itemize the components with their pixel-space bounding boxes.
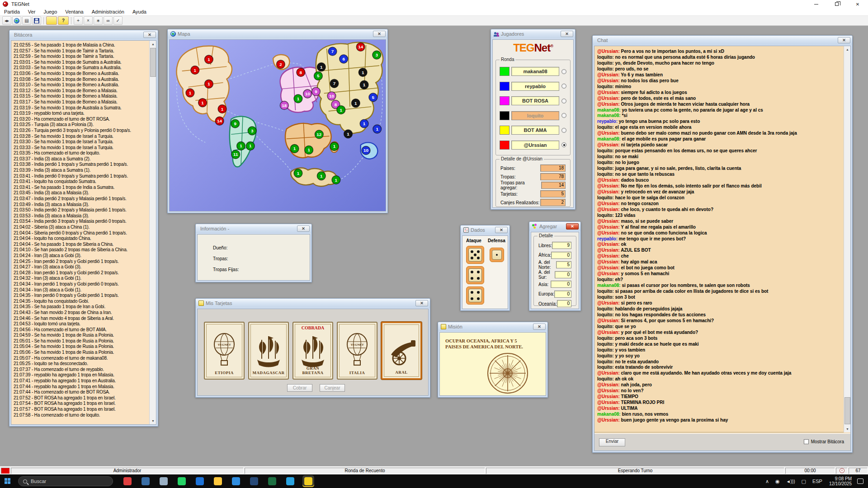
player-name-field[interactable]: reypablo xyxy=(511,82,559,91)
jugadores-close-icon[interactable]: ✕ xyxy=(561,31,573,37)
scroll-down-icon[interactable]: ▼ xyxy=(150,418,156,424)
mapa-titlebar[interactable]: Mapa ✕ xyxy=(168,29,387,38)
nav-arrows-icon[interactable]: ◂▸ xyxy=(2,16,11,25)
mapa-close-icon[interactable]: ✕ xyxy=(373,31,386,37)
menu-ver[interactable]: Ver xyxy=(24,9,40,15)
dados-titlebar[interactable]: Dados ✕ xyxy=(461,225,509,235)
player-name-field[interactable]: BOT AMA xyxy=(511,126,559,135)
menu-juego[interactable]: Juego xyxy=(39,9,61,15)
chat-close-icon[interactable]: ✕ xyxy=(838,37,850,43)
mostrar-bitacora-checkbox[interactable] xyxy=(804,439,809,444)
player-name-field[interactable]: makana08 xyxy=(511,67,559,76)
troop-marker[interactable]: 1 xyxy=(332,176,340,184)
map-globe-icon[interactable] xyxy=(12,16,21,25)
confirm-check-icon[interactable]: ✓ xyxy=(113,16,123,25)
player-radio[interactable] xyxy=(561,69,566,74)
troop-marker[interactable]: 14 xyxy=(215,117,224,125)
card-help-icon[interactable]: ? xyxy=(58,16,69,25)
chat-scroll-down-icon[interactable]: ▼ xyxy=(844,426,851,432)
scroll-up-icon[interactable]: ▲ xyxy=(150,41,156,47)
tarjetas-titlebar[interactable]: Mis Tarjetas ✕ xyxy=(196,299,430,308)
card-gran-breta-a[interactable]: COBRADAGRAN BRETAÑA xyxy=(292,322,333,380)
troop-marker[interactable]: 18 xyxy=(280,101,288,110)
troop-marker[interactable]: 9 xyxy=(231,119,240,128)
settings-gear-icon[interactable]: ∗ xyxy=(94,16,103,25)
start-button[interactable] xyxy=(0,474,15,488)
agregar-titlebar[interactable]: Agregar ✕ xyxy=(529,222,580,231)
player-radio[interactable] xyxy=(561,128,566,133)
troop-marker[interactable]: 3 xyxy=(373,51,381,59)
card-italia[interactable]: TEGNETITALIA xyxy=(337,322,377,380)
troop-marker[interactable]: 1 xyxy=(290,145,299,153)
troop-marker[interactable]: 1 xyxy=(198,99,207,107)
player-name-field[interactable]: @Urssian xyxy=(511,141,559,150)
troop-marker[interactable]: 3 xyxy=(248,127,256,135)
log-list-icon[interactable]: ▤ xyxy=(22,16,31,25)
player-radio[interactable] xyxy=(561,113,566,118)
chat-titlebar[interactable]: Chat ✕ xyxy=(593,36,852,45)
troop-marker[interactable]: 1 xyxy=(246,142,255,150)
tray-chevron-up-icon[interactable]: ∧ xyxy=(765,479,769,484)
taskbar-icon-zoom-app[interactable] xyxy=(248,475,260,487)
card-blank-icon[interactable] xyxy=(46,16,57,25)
mision-titlebar[interactable]: Misión ✕ xyxy=(438,322,547,331)
game-map[interactable]: 1111111428591018176143117151108111193111… xyxy=(170,40,386,211)
troop-marker[interactable]: 10 xyxy=(362,146,370,155)
agregar-close-icon[interactable]: ✕ xyxy=(566,223,579,230)
troop-marker[interactable]: 14 xyxy=(356,42,365,51)
cobrar-button[interactable]: Cobrar xyxy=(287,384,312,392)
card-madagascar[interactable]: MADAGASCAR xyxy=(248,322,289,380)
enviar-button[interactable]: Enviar xyxy=(599,438,625,446)
connection-icon[interactable]: ∞ xyxy=(104,16,113,25)
minimize-button[interactable] xyxy=(806,0,826,8)
troop-marker[interactable]: 1 xyxy=(305,146,313,155)
app-titlebar[interactable]: TEGNet ✕ xyxy=(0,0,868,8)
troop-marker[interactable]: 1 xyxy=(337,106,345,114)
troop-marker[interactable]: 1 xyxy=(317,63,326,71)
informacion-close-icon[interactable]: ✕ xyxy=(297,225,310,232)
troop-marker[interactable]: 1 xyxy=(186,89,194,97)
troop-marker[interactable]: 10 xyxy=(327,92,336,100)
troop-marker[interactable]: 1 xyxy=(344,130,353,138)
taskbar-icon-excel[interactable] xyxy=(266,475,278,487)
troop-marker[interactable]: 1 xyxy=(317,172,326,180)
informacion-titlebar[interactable]: Información - ✕ xyxy=(196,224,311,233)
troop-marker[interactable]: 7 xyxy=(328,47,337,56)
tarjetas-close-icon[interactable]: ✕ xyxy=(415,300,428,306)
taskbar-icon-edge-browser[interactable] xyxy=(230,475,242,487)
taskbar-icon-monitor-app[interactable] xyxy=(140,475,151,487)
player-radio[interactable] xyxy=(561,142,566,147)
player-radio[interactable] xyxy=(561,99,566,103)
tray-network-icon[interactable]: ▢ xyxy=(802,479,806,484)
tray-notification-icon[interactable] xyxy=(857,479,863,484)
troop-marker[interactable]: 1 xyxy=(330,142,339,151)
chat-scroll-up-icon[interactable]: ▲ xyxy=(844,46,851,53)
bitacora-titlebar[interactable]: Bitácora ✕ xyxy=(9,30,158,39)
troop-marker[interactable]: 9 xyxy=(312,87,321,96)
bitacora-scrollbar[interactable]: ▲ ▼ xyxy=(149,41,156,424)
jugadores-titlebar[interactable]: Jugadores ✕ xyxy=(491,29,575,38)
player-name-field[interactable]: BOT ROSA xyxy=(511,96,559,105)
troop-marker[interactable]: 1 xyxy=(218,105,226,113)
troop-marker[interactable]: 5 xyxy=(369,93,377,102)
card-etiopia[interactable]: TEGNETETIOPIA xyxy=(204,322,245,380)
bitacora-scroll-thumb[interactable] xyxy=(150,48,156,77)
taskbar-icon-browser[interactable] xyxy=(284,475,296,487)
taskbar-icon-whatsapp[interactable] xyxy=(176,475,188,487)
troop-marker[interactable]: 1 xyxy=(360,80,368,89)
taskbar-icon-tegnet-active[interactable] xyxy=(302,475,314,487)
close-button[interactable]: ✕ xyxy=(847,0,868,8)
dados-close-icon[interactable]: ✕ xyxy=(495,227,508,233)
canjear-button[interactable]: Canjear xyxy=(320,384,345,392)
troop-marker[interactable]: 1 xyxy=(360,119,368,128)
add-icon[interactable]: + xyxy=(74,16,83,25)
bitacora-close-icon[interactable]: ✕ xyxy=(143,32,156,38)
restore-button[interactable] xyxy=(826,0,847,8)
menu-administración[interactable]: Administración xyxy=(88,9,128,15)
tray-language[interactable]: ESP xyxy=(812,479,822,484)
taskbar-icon-mail-app[interactable] xyxy=(158,475,170,487)
troop-marker[interactable]: 10 xyxy=(303,89,312,98)
taskbar-search[interactable]: Buscar xyxy=(18,476,113,486)
troop-marker[interactable]: 1 xyxy=(351,99,360,108)
troop-marker[interactable]: 1 xyxy=(205,80,213,88)
